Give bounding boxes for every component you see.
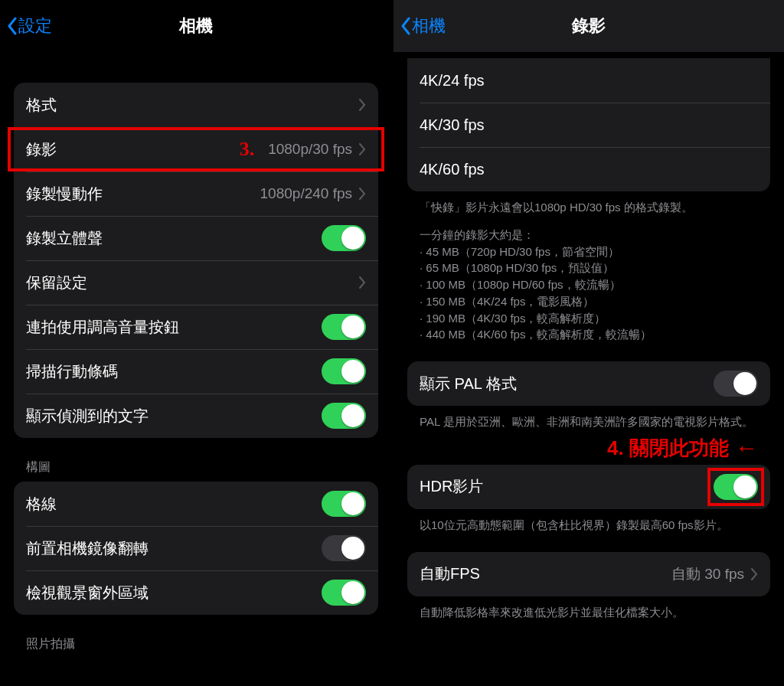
footer-auto-fps: 自動降低影格率來改進低光影片並最佳化檔案大小。 [407,596,770,621]
header: 設定 相機 [0,0,392,52]
row-grid[interactable]: 格線 [14,482,378,526]
row-label: 4K/24 fps [420,72,758,90]
settings-group-composition: 格線 前置相機鏡像翻轉 檢視觀景窗外區域 [14,482,378,615]
row-label: 顯示偵測到的文字 [26,406,322,426]
row-label: 保留設定 [26,273,358,293]
row-label: 格式 [26,95,358,116]
row-hdr-video[interactable]: HDR影片 [407,465,770,509]
row-record-slomo[interactable]: 錄製慢動作 1080p/240 fps [14,172,378,216]
chevron-left-icon [400,17,410,35]
row-record-stereo[interactable]: 錄製立體聲 [14,216,378,260]
group-pal: 顯示 PAL 格式 [407,361,770,406]
minute-line: · 440 MB（4K/60 fps，較高解析度，較流暢） [420,326,758,343]
group-hdr: HDR影片 [407,465,770,509]
row-label: 顯示 PAL 格式 [420,374,714,394]
record-video-screen: 相機 錄影 4K/24 fps 4K/30 fps 4K/60 fps 「快錄」… [392,0,784,686]
chevron-right-icon [358,143,366,155]
row-value: 自動 30 fps [671,564,744,584]
toggle-stereo[interactable] [322,225,366,251]
toggle-mirror-front[interactable] [322,535,366,561]
row-show-detected-text[interactable]: 顯示偵測到的文字 [14,394,378,438]
toggle-burst-volume[interactable] [322,314,366,340]
annotation-step4: 4. 關閉此功能 ← [407,435,770,462]
row-record-video[interactable]: 錄影 3. 1080p/30 fps [14,127,378,172]
row-label: 掃描行動條碼 [26,361,322,382]
row-4k24[interactable]: 4K/24 fps [407,58,770,103]
row-label: HDR影片 [420,476,714,497]
header: 相機 錄影 [394,0,784,52]
row-label: 錄製慢動作 [26,184,260,204]
toggle-outside-frame[interactable] [322,580,366,606]
row-label: 連拍使用調高音量按鈕 [26,317,322,338]
chevron-left-icon [6,17,17,35]
minute-line: · 100 MB（1080p HD/60 fps，較流暢） [420,276,758,293]
toggle-scan-qr[interactable] [322,358,366,384]
row-4k60[interactable]: 4K/60 fps [407,147,770,191]
content-scroll: 格式 錄影 3. 1080p/30 fps 錄製慢動作 1080p/240 fp… [0,52,392,686]
footer-quick-take: 「快錄」影片永遠會以1080p HD/30 fps 的格式錄製。 [407,191,770,216]
row-label: 檢視觀景窗外區域 [26,583,322,603]
row-view-outside-frame[interactable]: 檢視觀景窗外區域 [14,570,378,615]
row-value: 1080p/30 fps [268,141,352,158]
row-label: 錄製立體聲 [26,228,322,249]
settings-group-main: 格式 錄影 3. 1080p/30 fps 錄製慢動作 1080p/240 fp… [14,83,378,438]
row-format[interactable]: 格式 [14,83,378,127]
group-auto-fps: 自動FPS 自動 30 fps [407,552,770,596]
row-label: 前置相機鏡像翻轉 [26,538,322,559]
row-label: 4K/30 fps [420,116,758,134]
back-button[interactable]: 相機 [400,15,446,38]
back-label: 設定 [18,15,52,38]
chevron-right-icon [358,276,366,289]
annotation-step4-text: 4. 關閉此功能 [607,435,729,462]
row-auto-fps[interactable]: 自動FPS 自動 30 fps [407,552,770,596]
group-header-composition: 構圖 [14,459,378,482]
row-label: 自動FPS [420,564,671,584]
minute-head: 一分鐘的錄影大約是： [420,227,758,243]
row-label: 錄影 [26,139,240,160]
back-button[interactable]: 設定 [6,15,52,38]
row-scan-qr[interactable]: 掃描行動條碼 [14,349,378,394]
row-value: 1080p/240 fps [260,185,352,202]
chevron-right-icon [358,99,366,111]
page-title: 錄影 [394,15,784,38]
annotation-step3: 3. [240,138,255,161]
row-4k30[interactable]: 4K/30 fps [407,103,770,147]
content-scroll: 4K/24 fps 4K/30 fps 4K/60 fps 「快錄」影片永遠會以… [394,52,784,686]
chevron-right-icon [358,188,366,200]
group-resolutions: 4K/24 fps 4K/30 fps 4K/60 fps [407,58,770,191]
toggle-pal[interactable] [714,371,758,397]
footer-hdr: 以10位元高動態範圍（包含杜比視界）錄製最高60 fps影片。 [407,509,770,534]
minute-line: · 65 MB（1080p HD/30 fps，預設值） [420,260,758,276]
back-label: 相機 [412,15,446,38]
toggle-show-text[interactable] [322,403,366,429]
row-label: 格線 [26,494,322,514]
footer-pal: PAL 是用於亞洲、歐洲、非洲和南美洲許多國家的電視影片格式。 [407,406,770,430]
row-show-pal[interactable]: 顯示 PAL 格式 [407,361,770,406]
toggle-grid[interactable] [322,491,366,517]
row-label: 4K/60 fps [420,161,758,178]
minute-line: · 45 MB（720p HD/30 fps，節省空間） [420,243,758,260]
minute-line: · 190 MB（4K/30 fps，較高解析度） [420,310,758,327]
toggle-hdr-video[interactable] [714,474,758,500]
row-preserve-settings[interactable]: 保留設定 [14,260,378,305]
camera-settings-screen: 設定 相機 格式 錄影 3. 1080p/30 fps 錄製慢動作 1080p/… [0,0,392,686]
group-header-photo-capture: 照片拍攝 [14,636,378,658]
row-mirror-front[interactable]: 前置相機鏡像翻轉 [14,526,378,570]
footer-minute-sizes: 一分鐘的錄影大約是： · 45 MB（720p HD/30 fps，節省空間） … [407,216,770,343]
arrow-left-icon: ← [735,435,758,461]
row-burst-volume-up[interactable]: 連拍使用調高音量按鈕 [14,305,378,349]
page-title: 相機 [0,15,392,38]
minute-line: · 150 MB（4K/24 fps，電影風格） [420,293,758,310]
chevron-right-icon [750,568,758,580]
